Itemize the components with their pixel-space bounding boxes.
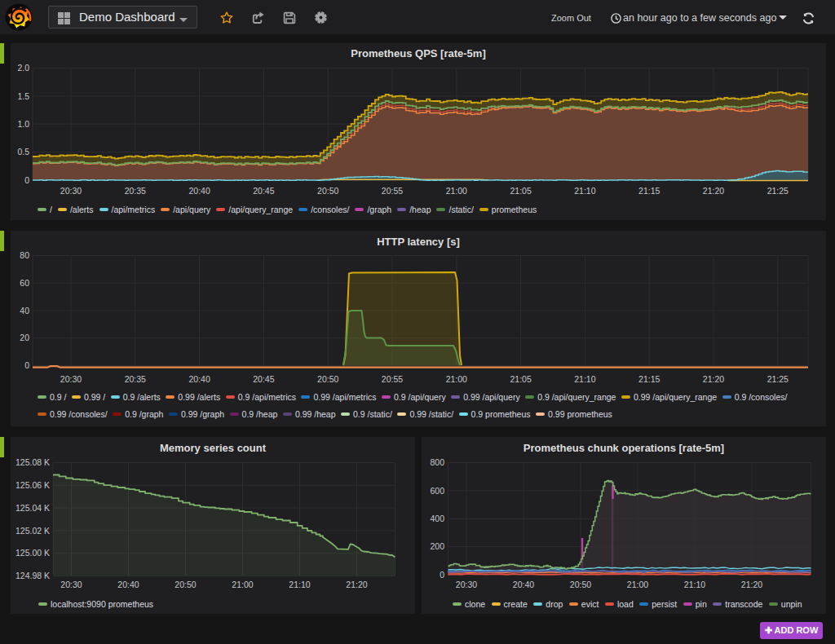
- svg-text:21:05: 21:05: [510, 374, 531, 384]
- svg-text:800: 800: [430, 457, 444, 467]
- svg-text:125.08 K: 125.08 K: [15, 457, 50, 467]
- svg-text:20:30: 20:30: [60, 186, 82, 196]
- svg-text:20:50: 20:50: [570, 580, 591, 589]
- svg-text:20: 20: [20, 333, 29, 342]
- svg-text:0: 0: [24, 175, 29, 185]
- svg-text:21:20: 21:20: [703, 186, 724, 196]
- svg-text:21:10: 21:10: [684, 580, 705, 589]
- svg-text:1.5: 1.5: [17, 91, 29, 101]
- svg-text:21:15: 21:15: [638, 186, 660, 196]
- svg-text:20:40: 20:40: [513, 580, 534, 589]
- svg-text:21:10: 21:10: [574, 186, 595, 196]
- svg-text:20:40: 20:40: [188, 374, 210, 384]
- svg-text:20:45: 20:45: [253, 186, 274, 196]
- svg-text:20:30: 20:30: [60, 580, 82, 589]
- svg-text:21:20: 21:20: [741, 580, 762, 589]
- svg-text:20:40: 20:40: [188, 186, 210, 196]
- svg-text:124.98 K: 124.98 K: [15, 571, 50, 580]
- svg-text:20:50: 20:50: [175, 580, 196, 589]
- svg-text:20:55: 20:55: [382, 374, 403, 384]
- svg-text:125.04 K: 125.04 K: [15, 503, 50, 513]
- svg-text:20:30: 20:30: [60, 374, 82, 384]
- svg-text:20:50: 20:50: [317, 374, 338, 384]
- svg-text:125.06 K: 125.06 K: [15, 480, 50, 490]
- svg-text:1.0: 1.0: [17, 119, 29, 129]
- svg-text:60: 60: [20, 278, 29, 288]
- svg-text:600: 600: [430, 486, 444, 496]
- svg-text:20:40: 20:40: [117, 580, 139, 589]
- svg-text:21:20: 21:20: [346, 580, 367, 589]
- svg-text:0: 0: [24, 360, 29, 370]
- svg-text:2.0: 2.0: [17, 63, 29, 73]
- svg-text:125.00 K: 125.00 K: [15, 548, 50, 558]
- svg-text:400: 400: [430, 514, 444, 523]
- svg-text:21:10: 21:10: [289, 580, 310, 589]
- svg-text:21:25: 21:25: [767, 374, 789, 384]
- svg-text:0: 0: [440, 570, 444, 580]
- svg-text:125.02 K: 125.02 K: [15, 526, 50, 536]
- svg-text:80: 80: [20, 250, 29, 260]
- svg-text:21:10: 21:10: [574, 374, 595, 384]
- svg-text:21:15: 21:15: [638, 374, 660, 384]
- svg-text:21:00: 21:00: [232, 580, 253, 589]
- svg-text:21:05: 21:05: [510, 186, 531, 196]
- svg-text:40: 40: [20, 306, 29, 315]
- svg-text:20:35: 20:35: [125, 186, 146, 196]
- svg-text:20:30: 20:30: [456, 580, 477, 589]
- svg-text:20:50: 20:50: [317, 186, 338, 196]
- svg-text:20:55: 20:55: [382, 186, 403, 196]
- svg-text:21:00: 21:00: [446, 186, 467, 196]
- svg-text:21:00: 21:00: [627, 580, 648, 589]
- svg-text:21:00: 21:00: [446, 374, 467, 384]
- svg-text:20:35: 20:35: [125, 374, 146, 384]
- svg-text:21:20: 21:20: [703, 374, 724, 384]
- svg-text:200: 200: [430, 541, 444, 551]
- svg-text:0.5: 0.5: [17, 147, 29, 157]
- svg-text:21:25: 21:25: [767, 186, 789, 196]
- svg-text:20:45: 20:45: [253, 374, 274, 384]
